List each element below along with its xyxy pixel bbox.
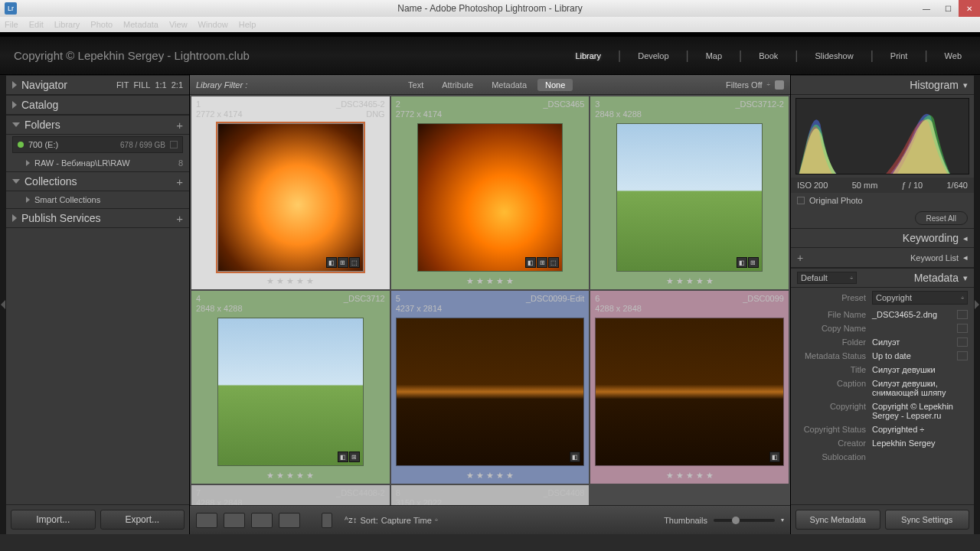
metadata-value[interactable]: _DSC3465-2.dng <box>872 310 954 319</box>
metadata-value[interactable]: Силуэт девушки, снимающей шляпу <box>872 379 968 397</box>
metadata-panel-header[interactable]: Default÷ Metadata▾ <box>791 268 974 288</box>
keyword-list-header[interactable]: +Keyword List◂ <box>791 248 974 268</box>
sort-az-icon[interactable]: ᴬᴢ↕ <box>345 515 358 525</box>
histogram-panel-header[interactable]: Histogram▾ <box>791 75 974 95</box>
goto-icon[interactable] <box>957 337 968 347</box>
menu-metadata[interactable]: Metadata <box>123 20 158 29</box>
view-grid-button[interactable] <box>196 513 217 528</box>
metadata-value[interactable]: Up to date <box>872 351 954 360</box>
thumb-dropdown-icon[interactable]: ▾ <box>781 517 784 523</box>
thumb-badge-icon[interactable]: ◧ <box>338 452 348 462</box>
add-folder-icon[interactable]: + <box>176 119 183 132</box>
menu-photo[interactable]: Photo <box>90 20 113 29</box>
thumbnail-cell[interactable]: 4_DSC37122848 x 4288◧⊞★★★★★ <box>191 291 390 484</box>
thumb-badge-icon[interactable]: ⬚ <box>548 257 559 268</box>
nav-mode-2:1[interactable]: 2:1 <box>172 80 183 90</box>
sort-value[interactable]: Capture Time <box>381 516 432 525</box>
menu-edit[interactable]: Edit <box>29 20 44 29</box>
add-collection-icon[interactable]: + <box>176 175 183 188</box>
goto-icon[interactable] <box>957 324 968 333</box>
import-button[interactable]: Import... <box>11 510 96 530</box>
nav-mode-1:1[interactable]: 1:1 <box>155 80 166 90</box>
thumb-badge-icon[interactable]: ⊞ <box>537 257 547 268</box>
menu-window[interactable]: Window <box>198 20 228 29</box>
view-survey-button[interactable] <box>279 513 300 528</box>
export-button[interactable]: Export... <box>100 510 185 530</box>
folder-drive[interactable]: 700 (E:)678 / 699 GB <box>12 136 183 153</box>
thumbnail-image[interactable]: ◧ <box>396 318 585 466</box>
navigator-panel-header[interactable]: Navigator FITFILL1:12:1 <box>6 75 189 95</box>
sync-metadata-button[interactable]: Sync Metadata <box>795 510 880 530</box>
rating-stars[interactable]: ★★★★★ <box>595 471 784 481</box>
folder-item[interactable]: RAW - Вебинар\LR\RAW8 <box>6 155 189 171</box>
keywording-panel-header[interactable]: Keywording◂ <box>791 228 974 248</box>
filter-tab-text[interactable]: Text <box>400 79 431 91</box>
rating-stars[interactable]: ★★★★★ <box>396 276 585 286</box>
drive-dropdown-icon[interactable] <box>170 141 178 148</box>
thumbnail-image[interactable]: ◧⊞ <box>217 318 364 466</box>
left-panel-edge[interactable] <box>0 75 6 534</box>
filter-tab-none[interactable]: None <box>537 79 573 91</box>
thumbnail-cell[interactable]: 1_DSC3465-22772 x 4174DNG◧⊞⬚★★★★★ <box>191 96 390 289</box>
nav-mode-fit[interactable]: FIT <box>116 80 129 90</box>
menu-help[interactable]: Help <box>239 20 256 29</box>
add-publish-icon[interactable]: + <box>176 212 183 225</box>
menu-file[interactable]: File <box>5 20 18 29</box>
metadata-set-dropdown[interactable]: Default÷ <box>797 272 857 284</box>
thumb-badge-icon[interactable]: ◧ <box>769 452 780 462</box>
view-loupe-button[interactable] <box>224 513 245 528</box>
thumbnail-cell[interactable]: 3_DSC3712-22848 x 4288◧⊞★★★★★ <box>590 96 789 289</box>
preset-dropdown[interactable]: Copyright÷ <box>872 291 968 305</box>
goto-icon[interactable] <box>957 310 968 319</box>
right-panel-edge[interactable] <box>974 75 980 534</box>
module-develop[interactable]: Develop <box>633 51 673 60</box>
module-book[interactable]: Book <box>754 51 782 60</box>
metadata-value[interactable]: Силуэт девушки <box>872 365 968 374</box>
filter-lock-icon[interactable] <box>775 80 784 90</box>
module-library[interactable]: Library <box>570 51 606 60</box>
thumbnail-cell[interactable]: 5_DSC0099-Edit4237 x 2814◧★★★★★ <box>391 291 590 484</box>
rating-stars[interactable]: ★★★★★ <box>595 276 784 286</box>
menu-library[interactable]: Library <box>54 20 80 29</box>
module-slideshow[interactable]: Slideshow <box>811 51 858 60</box>
thumb-badge-icon[interactable]: ⊞ <box>349 452 360 462</box>
thumbnail-cell[interactable]: 6_DSC00994288 x 2848◧★★★★★ <box>590 291 789 484</box>
thumbnail-cell[interactable]: 7_DSC4408-24288 x 2848★★★★★ <box>191 485 390 505</box>
metadata-value[interactable]: Силуэт <box>872 337 954 347</box>
thumb-badge-icon[interactable]: ⊞ <box>748 257 759 268</box>
nav-mode-fill[interactable]: FILL <box>133 80 150 90</box>
thumbnail-cell[interactable]: 2_DSC34652772 x 4174◧⊞⬚★★★★★ <box>391 96 590 289</box>
goto-icon[interactable] <box>957 351 968 360</box>
filters-off[interactable]: Filters Off <box>726 80 762 90</box>
thumb-badge-icon[interactable]: ◧ <box>326 257 337 268</box>
rating-stars[interactable]: ★★★★★ <box>196 471 385 481</box>
thumb-badge-icon[interactable]: ⊞ <box>338 257 348 268</box>
thumbnail-image[interactable]: ◧⊞⬚ <box>217 123 364 272</box>
module-print[interactable]: Print <box>886 51 913 60</box>
metadata-value[interactable]: Copyrighted ÷ <box>872 425 968 434</box>
view-compare-button[interactable] <box>251 513 273 528</box>
maximize-button[interactable]: ☐ <box>937 0 959 17</box>
thumb-badge-icon[interactable]: ⬚ <box>349 257 360 268</box>
module-web[interactable]: Web <box>940 51 966 60</box>
thumb-badge-icon[interactable]: ◧ <box>737 257 747 268</box>
sync-settings-button[interactable]: Sync Settings <box>885 510 970 530</box>
painter-icon[interactable] <box>322 513 332 528</box>
rating-stars[interactable]: ★★★★★ <box>396 471 585 481</box>
thumb-badge-icon[interactable]: ◧ <box>525 257 536 268</box>
thumbnail-cell[interactable]: 8_DSC44083150 x 2022★★★★★ <box>391 485 590 505</box>
metadata-value[interactable]: Copyright © Lepekhin Sergey - Lepser.ru <box>872 402 968 420</box>
add-keyword-icon[interactable]: + <box>797 252 803 264</box>
collections-panel-header[interactable]: Collections+ <box>6 171 189 191</box>
module-map[interactable]: Map <box>701 51 727 60</box>
thumbnail-image[interactable]: ◧ <box>595 318 784 466</box>
reset-all-button[interactable]: Reset All <box>915 211 968 225</box>
close-button[interactable]: ✕ <box>959 0 980 17</box>
catalog-panel-header[interactable]: Catalog <box>6 95 189 115</box>
menu-view[interactable]: View <box>169 20 188 29</box>
collection-item[interactable]: Smart Collections <box>6 191 189 208</box>
thumbnail-image[interactable]: ◧⊞⬚ <box>417 123 564 272</box>
original-photo-toggle[interactable]: Original Photo <box>791 193 974 208</box>
filter-tab-attribute[interactable]: Attribute <box>434 79 481 91</box>
filter-tab-metadata[interactable]: Metadata <box>484 79 534 91</box>
